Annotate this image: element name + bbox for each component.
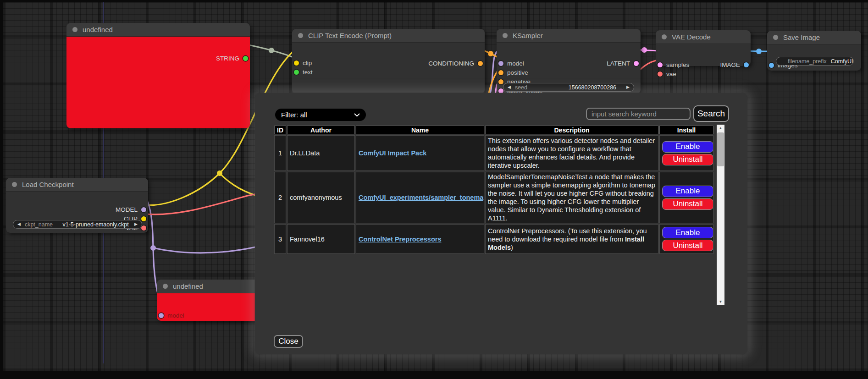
column-header-id: ID bbox=[274, 126, 286, 134]
node-ksampler[interactable]: KSamplermodelpositivenegativelatent_imag… bbox=[497, 29, 641, 94]
scrollbar-down-arrow-icon[interactable]: ▼ bbox=[717, 298, 724, 305]
node-title: Load Checkpoint bbox=[22, 181, 74, 188]
table-scrollbar[interactable]: ▲ ▼ bbox=[717, 125, 724, 305]
node-collapse-dot-icon[interactable] bbox=[72, 27, 77, 32]
slot-dot-icon[interactable] bbox=[498, 79, 503, 84]
node-undefined-top[interactable]: undefinedSTRING bbox=[66, 23, 250, 128]
cell-install: EnableUninstall bbox=[659, 135, 713, 171]
slot-dot-icon[interactable] bbox=[658, 71, 663, 77]
node-vae-decode[interactable]: VAE DecodesamplesvaeIMAGE bbox=[656, 30, 751, 66]
filter-dropdown[interactable]: Filter: all bbox=[275, 109, 366, 121]
canvas-bottom-edge bbox=[0, 371, 868, 379]
slot-dot-icon[interactable] bbox=[141, 207, 146, 212]
input-slot-model[interactable]: model bbox=[159, 312, 184, 319]
table-row: 2comfyanonymousComfyUI_experiments/sampl… bbox=[274, 172, 713, 223]
stepper-left-arrow-icon[interactable]: ◀ bbox=[508, 83, 511, 92]
input-slot-samples[interactable]: samples bbox=[658, 61, 689, 68]
node-save-image[interactable]: Save Imageimagesfilename_prefixComfyUI bbox=[767, 31, 861, 71]
slot-dot-icon[interactable] bbox=[159, 313, 164, 318]
slot-dot-icon[interactable] bbox=[498, 61, 503, 66]
slot-label: model bbox=[507, 60, 524, 67]
slot-dot-icon[interactable] bbox=[634, 61, 639, 66]
enable-button[interactable]: Enable bbox=[662, 141, 713, 153]
enable-button[interactable]: Enable bbox=[662, 227, 713, 238]
output-slot-MODEL[interactable]: MODEL bbox=[116, 206, 146, 213]
column-header-description: Description bbox=[485, 126, 658, 134]
input-slot-vae[interactable]: vae bbox=[658, 70, 676, 77]
slot-label: model bbox=[167, 312, 184, 319]
node-title: undefined bbox=[83, 26, 113, 33]
node-header[interactable]: Load Checkpoint bbox=[6, 178, 148, 192]
slot-label: samples bbox=[666, 61, 689, 68]
stepper-right-arrow-icon[interactable]: ▶ bbox=[134, 220, 138, 229]
slot-dot-icon[interactable] bbox=[744, 62, 749, 67]
node-clip-text-encode[interactable]: CLIP Text Encode (Prompt)cliptextCONDITI… bbox=[292, 29, 485, 94]
search-button[interactable]: Search bbox=[693, 105, 729, 122]
node-title: Save Image bbox=[783, 33, 820, 41]
stepper-left-arrow-icon[interactable]: ◀ bbox=[17, 220, 21, 229]
node-header[interactable]: VAE Decode bbox=[656, 30, 751, 44]
extension-link[interactable]: ControlNet Preprocessors bbox=[359, 236, 442, 243]
node-header[interactable]: undefined bbox=[66, 23, 250, 37]
slot-dot-icon[interactable] bbox=[478, 61, 483, 66]
cell-id: 2 bbox=[274, 172, 286, 223]
uninstall-button[interactable]: Uninstall bbox=[662, 198, 713, 210]
node-title: VAE Decode bbox=[672, 33, 711, 41]
slot-label: MODEL bbox=[116, 206, 138, 213]
extension-link[interactable]: ComfyUI_experiments/sampler_tonemap bbox=[359, 194, 484, 201]
slot-dot-icon[interactable] bbox=[498, 70, 503, 75]
input-slot-clip[interactable]: clip bbox=[294, 59, 312, 66]
node-header[interactable]: KSampler bbox=[497, 29, 641, 43]
node-header[interactable]: Save Image bbox=[767, 31, 861, 44]
input-slot-model[interactable]: model bbox=[498, 60, 524, 67]
slot-dot-icon[interactable] bbox=[294, 70, 299, 75]
output-slot-STRING[interactable]: STRING bbox=[216, 55, 248, 62]
uninstall-button[interactable]: Uninstall bbox=[662, 154, 713, 165]
input-slot-text[interactable]: text bbox=[294, 68, 313, 76]
close-button[interactable]: Close bbox=[274, 335, 303, 348]
widget-seed[interactable]: ◀seed156680208700286▶ bbox=[503, 83, 634, 92]
widget-value: 156680208700286 bbox=[569, 84, 616, 91]
scrollbar-up-arrow-icon[interactable]: ▲ bbox=[717, 125, 724, 132]
slot-dot-icon[interactable] bbox=[141, 216, 146, 221]
column-header-name: Name bbox=[356, 126, 484, 134]
node-header[interactable]: undefined bbox=[157, 280, 259, 293]
output-slot-CONDITIONING[interactable]: CONDITIONING bbox=[428, 60, 483, 67]
column-header-author: Author bbox=[287, 126, 355, 134]
slot-dot-icon[interactable] bbox=[769, 63, 774, 68]
column-header-install: Install bbox=[659, 126, 713, 134]
node-collapse-dot-icon[interactable] bbox=[12, 182, 17, 187]
node-undefined-bottom[interactable]: undefinedmodel bbox=[157, 280, 259, 321]
stepper-right-arrow-icon[interactable]: ▶ bbox=[626, 83, 630, 92]
output-slot-IMAGE[interactable]: IMAGE bbox=[720, 61, 749, 68]
slot-label: LATENT bbox=[607, 60, 630, 67]
scrollbar-thumb[interactable] bbox=[717, 132, 724, 166]
slot-label: STRING bbox=[216, 55, 239, 62]
extension-link[interactable]: ComfyUI Impact Pack bbox=[359, 149, 426, 157]
slot-dot-icon[interactable] bbox=[243, 56, 248, 61]
slot-dot-icon[interactable] bbox=[658, 62, 663, 67]
slot-label: positive bbox=[507, 69, 528, 76]
uninstall-button[interactable]: Uninstall bbox=[662, 240, 713, 251]
input-slot-positive[interactable]: positive bbox=[498, 69, 528, 76]
search-input[interactable] bbox=[586, 108, 691, 120]
widget-filename_prefix[interactable]: filename_prefixComfyUI bbox=[776, 57, 854, 66]
node-collapse-dot-icon[interactable] bbox=[662, 34, 667, 39]
slot-dot-icon[interactable] bbox=[294, 60, 299, 66]
slot-dot-icon[interactable] bbox=[141, 225, 146, 231]
cell-author: comfyanonymous bbox=[287, 172, 355, 223]
node-collapse-dot-icon[interactable] bbox=[298, 33, 303, 38]
node-load-checkpoint[interactable]: Load CheckpointMODELCLIPVAE◀ckpt_namev1-… bbox=[6, 178, 148, 233]
node-collapse-dot-icon[interactable] bbox=[503, 33, 508, 38]
output-slot-LATENT[interactable]: LATENT bbox=[607, 60, 639, 67]
chevron-down-icon bbox=[354, 113, 360, 117]
enable-button[interactable]: Enable bbox=[662, 186, 713, 197]
slot-dot-icon[interactable] bbox=[498, 88, 503, 93]
cell-name: ComfyUI_experiments/sampler_tonemap bbox=[356, 172, 484, 223]
node-title: undefined bbox=[173, 282, 203, 290]
node-header[interactable]: CLIP Text Encode (Prompt) bbox=[292, 29, 485, 43]
node-collapse-dot-icon[interactable] bbox=[163, 284, 168, 289]
widget-ckpt_name[interactable]: ◀ckpt_namev1-5-pruned-emaonly.ckpt▶ bbox=[13, 220, 142, 229]
widget-label: seed bbox=[515, 84, 527, 91]
node-collapse-dot-icon[interactable] bbox=[773, 35, 778, 40]
